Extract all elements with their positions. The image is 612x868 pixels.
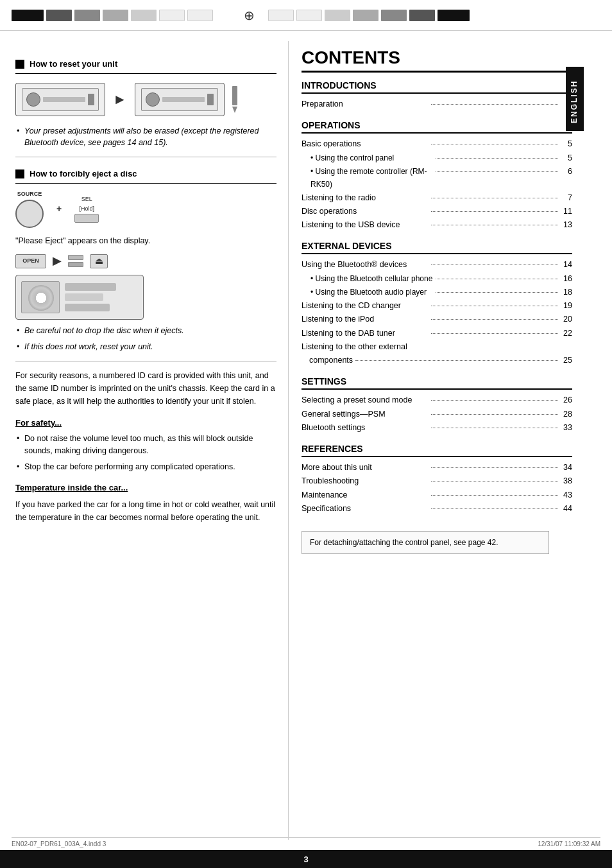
toc-dots-bt: [431, 265, 558, 265]
toc-remote-controller: • Using the remote controller (RM-RK50) …: [302, 165, 572, 191]
toc-page-cd-changer: 19: [561, 299, 572, 313]
bar-block-r1: [268, 10, 294, 21]
right-column: ENGLISH CONTENTS INTRODUCTIONS Preparati…: [289, 41, 584, 840]
toc-page-specifications: 44: [561, 502, 572, 516]
arrow-right-icon: ►: [113, 89, 127, 110]
device-box-before: [15, 83, 105, 116]
toc-bt-text: Using the Bluetooth® devices: [302, 258, 429, 272]
cd-disc: [28, 285, 54, 311]
main-content: How to reset your unit ►: [0, 31, 612, 840]
toc-maintenance-text: Maintenance: [302, 489, 429, 502]
sel-button: [74, 214, 99, 223]
toc-other-line1: Listening to the other external: [302, 340, 572, 354]
device-inner-2: [141, 88, 218, 111]
footer-filename: EN02-07_PDR61_003A_4.indd 3: [12, 840, 106, 847]
footer-info: EN02-07_PDR61_003A_4.indd 3 12/31/07 11:…: [12, 837, 600, 850]
toc-dots-preset-sound: [431, 400, 558, 401]
pen-tip: [232, 107, 237, 113]
toc-cd-changer: Listening to the CD changer 19: [302, 299, 572, 313]
eject-illustration: SOURCE + SEL [Hold]: [15, 190, 276, 229]
toc-dots-control-panel: [436, 158, 558, 159]
cd-detail-3: [65, 304, 110, 311]
open-button: OPEN: [15, 254, 46, 268]
toc-cd-changer-text: Listening to the CD changer: [302, 299, 429, 313]
bar-block-3: [74, 10, 100, 21]
compass-icon: ⊕: [244, 8, 255, 23]
toc-other-text-wrap: Listening to the other external componen…: [302, 340, 572, 368]
introductions-heading: INTRODUCTIONS: [302, 80, 572, 94]
disc-strip-1: [68, 255, 83, 260]
toc-page-troubleshooting: 38: [561, 474, 572, 488]
bar-block-2: [46, 10, 72, 21]
toc-dots-more-unit: [431, 467, 558, 468]
eject-section-heading: How to forcibly eject a disc: [15, 168, 276, 184]
toc-troubleshooting-text: Troubleshooting: [302, 474, 429, 488]
eject-bullet-2: If this does not work, reset your unit.: [15, 341, 276, 353]
toc-bt-cellular-text: • Using the Bluetooth cellular phone: [310, 272, 433, 285]
toc-ipod: Listening to the iPod 20: [302, 313, 572, 326]
cd-detail-2: [65, 293, 103, 301]
cd-player-details: [65, 283, 116, 311]
toc-preset-sound: Selecting a preset sound mode 26: [302, 394, 572, 407]
bar-block-r6: [409, 10, 435, 21]
toc-other-line2-wrap: components 25: [302, 354, 572, 367]
toc-dots-ipod: [431, 319, 558, 320]
note-box: For detaching/attaching the control pane…: [302, 531, 549, 554]
toc-page-ipod: 20: [561, 313, 572, 326]
toc-dots-preparation: [431, 104, 558, 105]
english-tab: ENGLISH: [566, 67, 584, 131]
arrow-right-2-icon: ▶: [53, 252, 62, 270]
toc-dots-basic-ops: [431, 144, 558, 144]
bottom-bar: 3: [0, 850, 612, 868]
external-devices-heading: EXTERNAL DEVICES: [302, 241, 572, 254]
toc-page-control-panel: 5: [561, 152, 572, 165]
toc-bt-cellular: • Using the Bluetooth cellular phone 16: [302, 272, 572, 286]
toc-dots-troubleshooting: [431, 481, 558, 482]
toc-page-bt-settings: 33: [561, 421, 572, 435]
top-bar-left-blocks: [12, 10, 230, 21]
toc-page-other: 25: [561, 354, 572, 367]
eject-bullet-1: Be careful not to drop the disc when it …: [15, 325, 276, 337]
toc-dab: Listening to the DAB tuner 22: [302, 327, 572, 340]
footer-timestamp: 12/31/07 11:09:32 AM: [538, 840, 600, 847]
divider-2: [15, 361, 276, 361]
toc-dots-general-settings: [431, 414, 558, 415]
operations-heading: OPERATIONS: [302, 120, 572, 134]
pen-body: [232, 86, 237, 105]
toc-dots-bt-audio: [436, 292, 558, 293]
toc-basic-ops: Basic operations 5: [302, 137, 572, 151]
toc-troubleshooting: Troubleshooting 38: [302, 474, 572, 488]
toc-page-maintenance: 43: [561, 489, 572, 502]
toc-radio: Listening to the radio 7: [302, 191, 572, 205]
toc-page-bt-cellular: 16: [561, 272, 572, 286]
toc-remote-text: • Using the remote controller (RM-RK50): [310, 165, 433, 191]
note-box-text: For detaching/attaching the control pane…: [310, 538, 498, 547]
toc-specifications-text: Specifications: [302, 502, 429, 516]
toc-page-radio: 7: [561, 191, 572, 205]
toc-radio-text: Listening to the radio: [302, 191, 429, 205]
disc-strip-2: [68, 262, 83, 267]
eject-heading-text: How to forcibly eject a disc: [30, 168, 137, 180]
security-paragraph: For security reasons, a numbered ID card…: [15, 369, 276, 408]
toc-other-line2-text: components: [302, 354, 353, 367]
source-area: SOURCE: [15, 190, 44, 229]
bar-block-r2: [296, 10, 322, 21]
top-bar: ⊕: [0, 0, 612, 31]
device-inner: [22, 88, 99, 111]
cd-player-illustration: [15, 275, 144, 320]
device-illustration: ►: [15, 80, 276, 119]
eject-sequence: [68, 255, 83, 267]
eject-display-text: "Please Eject" appears on the display.: [15, 234, 276, 247]
toc-bluetooth-devices: Using the Bluetooth® devices 14: [302, 258, 572, 272]
toc-bt-audio: • Using the Bluetooth audio player 18: [302, 286, 572, 299]
toc-page-remote: 6: [561, 165, 572, 178]
toc-more-unit: More about this unit 34: [302, 461, 572, 474]
reset-bullet-1: Your preset adjustments will also be era…: [15, 125, 276, 150]
toc-control-panel-text: • Using the control panel: [310, 152, 433, 164]
bar-block-5: [131, 10, 157, 21]
toc-dab-text: Listening to the DAB tuner: [302, 327, 429, 340]
square-icon-2: [15, 169, 24, 178]
bar-block-6: [159, 10, 185, 21]
divider-1: [15, 157, 276, 157]
hold-label: [Hold]: [79, 205, 94, 214]
